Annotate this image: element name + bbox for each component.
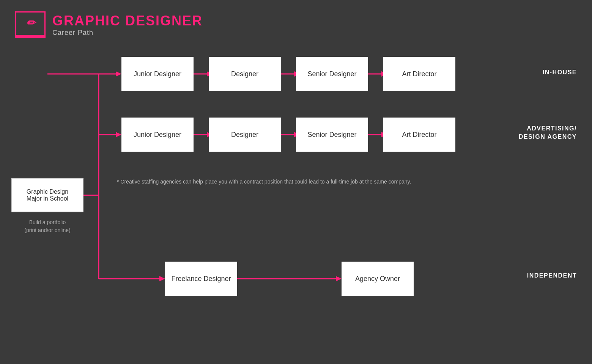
svg-marker-8 bbox=[159, 276, 165, 281]
diagram: Graphic Design Major in School Build a p… bbox=[0, 53, 592, 364]
independent-label: INDEPENDENT bbox=[527, 272, 577, 279]
note-text: * Creative staffing agencies can help pl… bbox=[117, 177, 524, 186]
logo-icon: ✏ bbox=[26, 18, 35, 28]
arrows-svg bbox=[0, 53, 592, 364]
indie-agencyowner: Agency Owner bbox=[342, 262, 414, 296]
start-note: Build a portfolio (print and/or online) bbox=[11, 218, 83, 234]
agency-artdir: Art Director bbox=[383, 118, 455, 152]
inhouse-senior: Senior Designer bbox=[296, 57, 368, 91]
agency-label: ADVERTISING/DESIGN AGENCY bbox=[519, 124, 577, 141]
agency-senior: Senior Designer bbox=[296, 118, 368, 152]
page-subtitle: Career Path bbox=[52, 29, 203, 37]
header-text: GRAPHIC DESIGNER Career Path bbox=[52, 13, 203, 37]
indie-freelance: Freelance Designer bbox=[165, 262, 237, 296]
header: ✏ GRAPHIC DESIGNER Career Path bbox=[0, 0, 592, 49]
agency-designer: Designer bbox=[209, 118, 281, 152]
svg-marker-22 bbox=[336, 276, 342, 281]
inhouse-label: IN-HOUSE bbox=[543, 69, 577, 76]
svg-marker-3 bbox=[116, 71, 121, 77]
svg-marker-6 bbox=[116, 132, 121, 137]
start-node: Graphic Design Major in School Build a p… bbox=[11, 178, 83, 234]
page-title: GRAPHIC DESIGNER bbox=[52, 13, 203, 29]
agency-junior: Junior Designer bbox=[121, 118, 194, 152]
inhouse-junior: Junior Designer bbox=[121, 57, 194, 91]
logo-box: ✏ bbox=[15, 11, 46, 38]
inhouse-artdir: Art Director bbox=[383, 57, 455, 91]
start-label: Graphic Design Major in School bbox=[27, 188, 68, 202]
start-box: Graphic Design Major in School bbox=[11, 178, 83, 212]
inhouse-designer: Designer bbox=[209, 57, 281, 91]
